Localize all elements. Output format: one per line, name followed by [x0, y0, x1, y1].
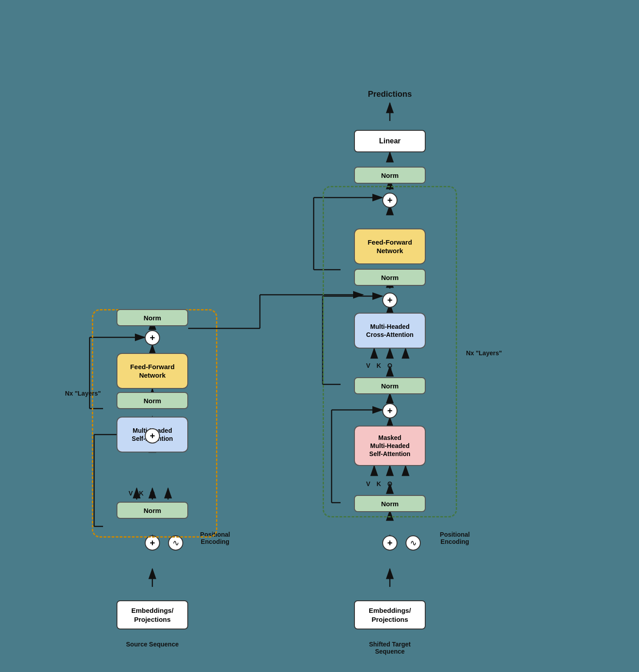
encoder-nx-layers-label: Nx "Layers" [63, 390, 103, 397]
decoder-cross-attn-box: Multi-Headed Cross-Attention [354, 313, 426, 349]
encoder-wave-bottom: ∿ [168, 535, 183, 551]
decoder-embeddings-box: Embeddings/ Projections [354, 600, 426, 629]
encoder-norm-top: Norm [117, 309, 188, 326]
linear-box: Linear [354, 130, 426, 152]
decoder-plus-1: + [382, 403, 397, 418]
decoder-plus-3: + [382, 193, 397, 208]
diagram-container: Source Sequence Embeddings/ Projections … [0, 0, 639, 672]
decoder-nx-layers-label: Nx "Layers" [464, 349, 504, 357]
encoder-plus-mid: + [145, 428, 160, 444]
encoder-norm-mid: Norm [117, 392, 188, 409]
decoder-masked-attn-box: Masked Multi-Headed Self-Attention [354, 426, 426, 466]
decoder-ffn-box: Feed-Forward Network [354, 228, 426, 264]
decoder-plus-2: + [382, 293, 397, 308]
decoder-pos-encoding-label: Positional Encoding [426, 531, 484, 545]
decoder-norm-bottom: Norm [354, 495, 426, 512]
decoder-norm-2: Norm [354, 377, 426, 394]
decoder-vkq-cross-labels: V K Q [366, 362, 392, 369]
encoder-plus-top: + [145, 330, 160, 345]
source-sequence-label: Source Sequence [117, 641, 188, 648]
decoder-norm-top: Norm [354, 167, 426, 184]
decoder-wave-bottom: ∿ [406, 535, 421, 551]
encoder-norm-bottom: Norm [117, 502, 188, 519]
encoder-vkq-labels: V K Q [129, 490, 155, 497]
predictions-label: Predictions [354, 90, 426, 99]
encoder-plus-bottom: + [145, 535, 160, 551]
shifted-target-label: Shifted Target Sequence [354, 641, 426, 655]
encoder-ffn-box: Feed-Forward Network [117, 353, 188, 389]
decoder-plus-bottom: + [382, 535, 397, 551]
encoder-embeddings-box: Embeddings/ Projections [117, 600, 188, 629]
decoder-vkq-masked-labels: V K Q [366, 480, 392, 487]
decoder-norm-3: Norm [354, 269, 426, 286]
